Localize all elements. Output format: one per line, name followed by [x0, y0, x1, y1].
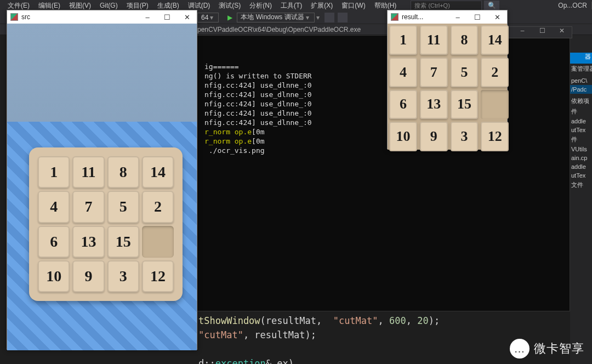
main-menubar: 文件(E) 编辑(E) 视图(V) Git(G) 项目(P) 生成(B) 调试(… [0, 0, 592, 11]
menu-tools[interactable]: 工具(T) [276, 1, 306, 10]
puzzle-tile: 5 [107, 191, 139, 223]
puzzle-tile: 10 [389, 122, 417, 151]
close-button[interactable]: ✕ [552, 27, 572, 38]
puzzle-tile: 5 [451, 58, 479, 87]
close-button[interactable]: ✕ [487, 13, 507, 21]
puzzle-tile: 3 [451, 122, 479, 151]
titlebar[interactable]: result... – ☐ ✕ [388, 10, 507, 24]
puzzle-tile: 7 [420, 58, 448, 87]
tree-item[interactable]: 件 [570, 106, 592, 117]
tree-item[interactable]: ain.cp [570, 153, 592, 162]
puzzle-tile: 8 [451, 25, 479, 55]
menu-debug[interactable]: 调试(D) [184, 1, 215, 10]
menu-test[interactable]: 测试(S) [214, 1, 245, 10]
tree-item[interactable]: 依赖项 [570, 96, 592, 106]
tree-item[interactable]: VUtils [570, 145, 592, 153]
watermark-text: 微卡智享 [534, 340, 584, 357]
image-window-src[interactable]: src – ☐ ✕ 1 11 8 14 4 7 5 2 6 13 15 [7, 10, 197, 350]
maximize-button[interactable]: ☐ [157, 13, 177, 21]
toolbar-icon[interactable] [338, 13, 348, 22]
titlebar[interactable]: src – ☐ ✕ [7, 10, 197, 24]
puzzle-tile: 7 [72, 191, 104, 223]
puzzle-tile: 12 [142, 260, 174, 292]
tree-item[interactable]: 案管理器 [570, 64, 592, 74]
tree-item-selected[interactable]: /Padc [570, 85, 592, 94]
tree-item[interactable]: utTex [570, 126, 592, 134]
menu-search[interactable]: 搜索 (Ctrl+Q) [411, 1, 482, 10]
puzzle-tile: 14 [481, 25, 509, 55]
maximize-button[interactable]: ☐ [532, 27, 552, 38]
puzzle-tile: 15 [107, 226, 139, 258]
puzzle-empty [481, 90, 509, 120]
puzzle-tile: 13 [420, 90, 448, 120]
menu-help[interactable]: 帮助(H) [370, 1, 401, 10]
result-puzzle: 1 11 8 14 4 7 5 2 6 13 15 10 9 3 12 [388, 24, 507, 150]
close-button[interactable]: ✕ [177, 13, 197, 21]
puzzle-tile: 2 [142, 191, 174, 223]
window-title: result... [402, 13, 423, 21]
minimize-button[interactable]: – [448, 13, 468, 21]
platform-select[interactable]: 64▾ [197, 13, 219, 22]
opencv-icon [10, 13, 18, 21]
puzzle-tile: 4 [389, 58, 417, 87]
window-title: src [21, 13, 30, 21]
puzzle-tile: 13 [72, 226, 104, 258]
menu-file[interactable]: 文件(E) [3, 1, 34, 10]
puzzle-tile: 10 [38, 260, 70, 292]
maximize-button[interactable]: ☐ [468, 13, 487, 21]
chevron-down-icon: ▾ [304, 14, 311, 21]
play-icon[interactable]: ▶ [224, 14, 236, 21]
wechat-icon: … [510, 339, 530, 359]
puzzle-tile: 6 [38, 226, 70, 258]
menu-analyze[interactable]: 分析(N) [245, 1, 276, 10]
watermark: … 微卡智享 [510, 339, 584, 359]
puzzle-tile: 6 [389, 90, 417, 120]
solution-explorer[interactable]: 器 案管理器 penC\ /Padc 依赖项 件 addle utTex 件 V… [570, 35, 592, 364]
image-canvas: 1 11 8 14 4 7 5 2 6 13 15 10 9 3 12 [7, 24, 197, 350]
tree-item[interactable]: utTex [570, 171, 592, 180]
tree-item[interactable]: addle [570, 117, 592, 126]
puzzle-tile: 3 [107, 260, 139, 292]
chevron-down-icon: ▾ [315, 14, 321, 21]
puzzle-empty [142, 226, 174, 258]
menu-edit[interactable]: 编辑(E) [34, 1, 65, 10]
puzzle-tile: 15 [451, 90, 479, 120]
puzzle-tile: 9 [420, 122, 448, 151]
image-window-result[interactable]: result... – ☐ ✕ 1 11 8 14 4 7 5 2 6 13 1… [387, 10, 508, 149]
puzzle-tile: 1 [38, 156, 70, 188]
tree-item[interactable]: penC\ [570, 76, 592, 85]
search-button[interactable]: 🔍 [484, 1, 499, 10]
document-tab[interactable]: Op...OCR [554, 2, 592, 9]
chevron-down-icon: ▾ [208, 14, 215, 21]
tree-item[interactable]: 件 [570, 134, 592, 145]
minimize-button[interactable]: – [138, 13, 157, 21]
puzzle-tile: 11 [72, 156, 104, 188]
menu-git[interactable]: Git(G) [95, 2, 122, 9]
background-window-controls: – ☐ ✕ [506, 26, 572, 38]
opencv-icon [391, 13, 399, 21]
toolbar-icon[interactable] [325, 13, 334, 22]
puzzle-tile: 14 [142, 156, 174, 188]
tree-item[interactable]: addle [570, 162, 592, 171]
puzzle-tile: 11 [420, 25, 448, 55]
menu-window[interactable]: 窗口(W) [337, 1, 369, 10]
magnifier-icon: 🔍 [488, 2, 496, 9]
panel-header: 器 [570, 53, 592, 64]
puzzle-tile: 1 [389, 25, 417, 55]
menu-ext[interactable]: 扩展(X) [306, 1, 337, 10]
puzzle-tile: 12 [481, 122, 509, 151]
menu-project[interactable]: 项目(P) [122, 1, 153, 10]
puzzle-tile: 9 [72, 260, 104, 292]
minimize-button[interactable]: – [513, 27, 532, 38]
tree-item[interactable]: 文件 [570, 180, 592, 190]
puzzle-tile: 8 [107, 156, 139, 188]
menu-view[interactable]: 视图(V) [65, 1, 95, 10]
image-canvas: 1 11 8 14 4 7 5 2 6 13 15 10 9 3 12 [388, 24, 507, 150]
debugger-select[interactable]: 本地 Windows 调试器▾ [237, 13, 314, 22]
puzzle-tile: 2 [481, 58, 509, 87]
src-puzzle: 1 11 8 14 4 7 5 2 6 13 15 10 9 3 12 [29, 147, 183, 301]
menu-build[interactable]: 生成(B) [153, 1, 184, 10]
puzzle-tile: 4 [38, 191, 70, 223]
